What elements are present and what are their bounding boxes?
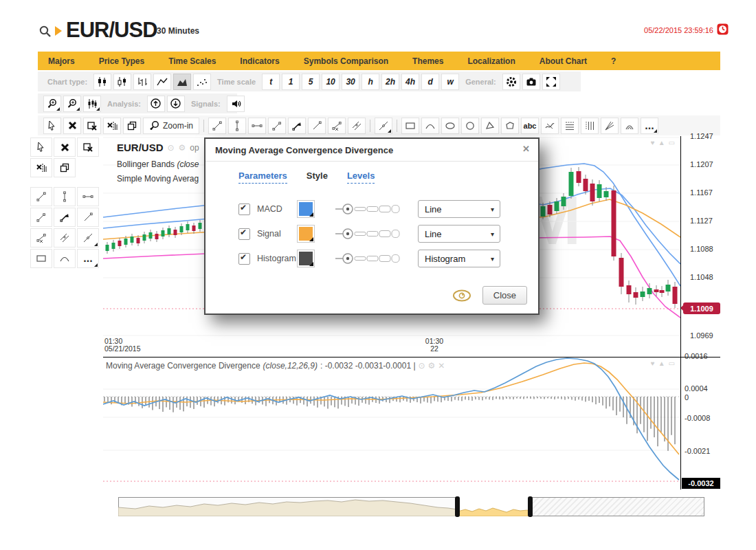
detach-window-icon[interactable]: ▭ [669,139,675,146]
favorite-heart-icon[interactable]: ♥ [651,139,655,146]
settings-gear-button[interactable] [502,74,520,90]
macd-chart[interactable] [103,357,680,490]
delete-tool-button[interactable] [63,118,81,134]
checkbox[interactable] [238,253,250,265]
menu-item[interactable]: Price Types [99,56,144,66]
chart-type-bars-button[interactable] [133,74,151,90]
preview-eye-icon[interactable] [452,289,471,302]
text-tool-button[interactable]: abc [521,118,539,134]
line-width-slider[interactable] [334,203,400,215]
menu-item[interactable]: Themes [412,56,443,66]
visibility-eye-icon[interactable]: ⊙ [168,143,175,153]
time-scale-button[interactable]: 1 [282,74,300,90]
cursor-tool-button[interactable] [30,138,52,157]
deselect-tool-button[interactable] [83,118,101,134]
search-icon[interactable] [38,25,52,38]
zoom-in-region-button[interactable]: Zoom-in [143,118,199,134]
deselect-tool-button[interactable] [77,138,99,157]
horizontal-line-tool-button[interactable] [248,118,266,134]
menu-item[interactable]: Time Scales [168,56,216,66]
macd-panel[interactable]: Moving Average Convergence Divergence(cl… [103,357,680,490]
tab-levels[interactable]: Levels [347,170,375,184]
style-select[interactable]: Histogram [418,250,500,267]
ray-tool-button[interactable] [308,118,326,134]
clone-drawing-button[interactable] [123,118,141,134]
arrow-tool-button[interactable] [288,118,306,134]
extended-line-tool-button[interactable] [77,228,99,248]
navigator-right-handle[interactable] [528,496,533,517]
visibility-eye-icon[interactable]: ⊙ [419,361,425,371]
checkbox[interactable] [238,228,250,240]
triangle-tool-button[interactable] [481,118,499,134]
parallel-channel-tool-button[interactable] [54,228,76,248]
checkbox[interactable] [238,204,250,215]
horizontal-line-tool-button[interactable] [77,187,99,206]
line-width-slider[interactable] [334,252,400,265]
menu-item[interactable]: ? [611,56,616,66]
color-swatch[interactable] [297,200,315,218]
settings-gear-icon[interactable]: ⚙ [179,143,186,153]
arrow-tool-button[interactable] [54,208,76,227]
ellipse-tool-button[interactable] [441,118,459,134]
move-up-icon[interactable]: ▲ [658,360,665,367]
time-scale-button[interactable]: h [362,74,379,90]
fib-arcs-tool-button[interactable] [621,118,638,134]
time-scale-button[interactable]: w [441,74,459,90]
fib-fan-tool-button[interactable] [601,118,619,134]
time-scale-button[interactable]: t [262,74,280,90]
menu-item[interactable]: About Chart [540,56,587,66]
fullscreen-button[interactable] [542,74,560,90]
download-analysis-button[interactable] [167,96,185,112]
menu-item[interactable]: Indicators [240,56,279,66]
close-indicator-icon[interactable]: ✕ [438,361,445,371]
chart-type-candles-button[interactable] [93,74,111,90]
fib-timezones-tool-button[interactable] [581,118,599,134]
style-select[interactable]: Line [418,200,500,218]
chart-type-area-button[interactable] [173,74,191,90]
polygon-tool-button[interactable] [501,118,519,134]
fib-retracement-tool-button[interactable] [561,118,579,134]
freehand-tool-button[interactable] [541,118,559,134]
time-scale-button[interactable]: 2h [381,74,399,90]
arc-tool-button[interactable] [54,249,76,268]
clone-drawing-button[interactable] [54,158,76,177]
line-width-slider[interactable] [334,228,400,240]
arc-tool-button[interactable] [421,118,439,134]
segment-tool-button[interactable] [30,208,52,227]
compare-symbols-button[interactable] [83,96,101,112]
ray-tool-button[interactable] [77,208,99,227]
menu-item[interactable]: Localization [467,56,515,66]
move-up-icon[interactable]: ▲ [658,139,665,146]
rectangle-tool-button[interactable] [401,118,419,134]
detach-window-icon[interactable]: ▭ [669,360,675,367]
navigator-left-handle[interactable] [455,496,460,517]
time-scale-button[interactable]: d [421,74,439,90]
chart-type-dots-button[interactable] [193,74,211,90]
delete-tool-button[interactable] [54,138,76,157]
vertical-line-tool-button[interactable] [54,187,76,206]
time-scale-button[interactable]: 10 [322,74,340,90]
menu-item[interactable]: Symbols Comparison [304,56,388,66]
time-scale-button[interactable]: 30 [342,74,359,90]
screenshot-camera-button[interactable] [522,74,540,90]
trendline-tool-button[interactable] [30,187,52,206]
color-swatch[interactable] [297,250,315,267]
more-tools-button[interactable]: ... [641,118,658,134]
upload-analysis-button[interactable] [147,96,165,112]
extended-line-tool-button[interactable] [375,118,392,134]
trendline-x-tool-button[interactable] [328,118,346,134]
vertical-line-tool-button[interactable] [228,118,246,134]
chart-type-candles2-button[interactable] [113,74,131,90]
chart-type-line-button[interactable] [153,74,171,90]
settings-gear-icon[interactable]: ⚙ [428,361,436,371]
navigator[interactable] [118,497,704,516]
time-scale-button[interactable]: 4h [401,74,419,90]
trendline-x-tool-button[interactable] [30,228,52,248]
trendline-tool-button[interactable] [208,118,226,134]
style-select[interactable]: Line [418,225,500,243]
color-swatch[interactable] [297,225,315,243]
time-scale-button[interactable]: 5 [302,74,320,90]
cursor-tool-button[interactable] [43,118,61,134]
close-button[interactable]: Close [482,286,527,305]
menu-item[interactable]: Majors [48,56,75,66]
